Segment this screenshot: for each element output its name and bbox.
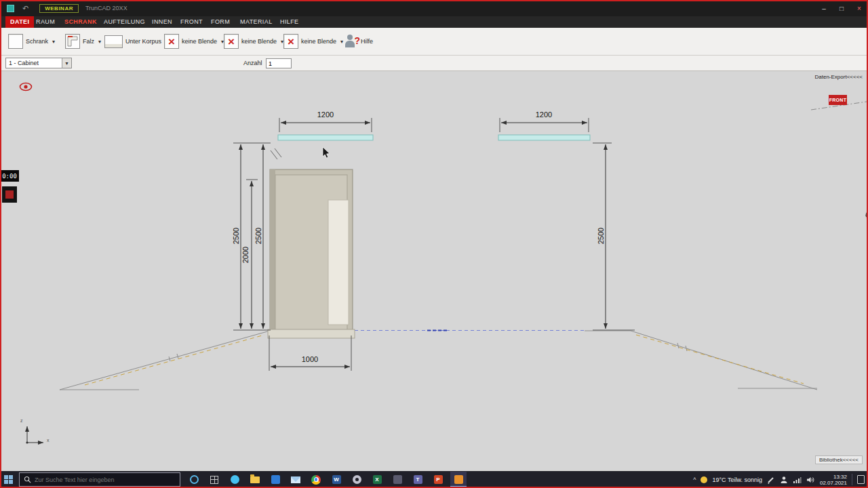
- menu-form[interactable]: FORM: [211, 16, 230, 28]
- anzahl-input[interactable]: [266, 58, 292, 68]
- store-icon[interactable]: [267, 472, 283, 487]
- no-blende-icon: [164, 34, 179, 49]
- schrank-button[interactable]: Schrank: [7, 30, 56, 53]
- search-input[interactable]: [35, 476, 176, 483]
- search-icon: [24, 476, 31, 483]
- cabinet-3d-model[interactable]: [268, 169, 355, 338]
- network-icon[interactable]: [793, 476, 802, 484]
- excel-icon[interactable]: [369, 472, 385, 487]
- settings-icon[interactable]: [349, 472, 365, 487]
- dim-left-inner: 2500: [254, 222, 262, 249]
- minimize-button[interactable]: –: [815, 0, 833, 16]
- chrome-icon[interactable]: [308, 472, 324, 487]
- edge-icon[interactable]: [226, 472, 243, 487]
- volume-icon[interactable]: [806, 476, 815, 484]
- menu-raum[interactable]: RAUM: [36, 16, 55, 28]
- menu-material[interactable]: MATERIAL: [240, 16, 273, 28]
- selected-wall-element-right[interactable]: [498, 135, 590, 140]
- taskbar-clock[interactable]: 13:32 02.07.2021: [820, 474, 847, 486]
- placement-ghost-marks: [271, 148, 281, 159]
- front-view-badge[interactable]: FRONT: [829, 95, 847, 105]
- windows-taskbar: 19°C Teilw. sonnig 13:32 02.07.2021: [0, 471, 868, 488]
- daten-export-link[interactable]: Daten-Export<<<<<: [815, 74, 863, 80]
- blende-left-label: keine Blende: [182, 38, 217, 45]
- drawing-viewport[interactable]: [0, 71, 868, 471]
- system-tray: 19°C Teilw. sonnig 13:32 02.07.2021: [693, 474, 868, 486]
- hilfe-label: Hilfe: [361, 38, 373, 45]
- no-blende-icon: [283, 34, 298, 49]
- toolbar: Schrank Falz Unter Korpus keine Blende k…: [0, 28, 868, 56]
- menubar: DATEI RAUM SCHRANK AUFTEILUNG INNEN FRON…: [0, 16, 868, 28]
- action-center-icon[interactable]: [857, 475, 865, 484]
- dim-cabinet-height: 2000: [241, 241, 250, 268]
- maximize-button[interactable]: □: [833, 0, 850, 16]
- drawing-canvas[interactable]: 1200 1200 2500 2000 2500 2500 1000 z x D…: [0, 71, 868, 471]
- tray-expand-icon[interactable]: [693, 476, 696, 483]
- blende-left-button[interactable]: keine Blende: [163, 30, 225, 53]
- collapse-up-icon[interactable]: [865, 210, 868, 221]
- cabinet-select-value: 1 - Cabinet: [9, 60, 39, 66]
- falz-button[interactable]: Falz: [64, 30, 102, 53]
- word-icon[interactable]: [328, 472, 344, 487]
- chevron-down-icon[interactable]: [97, 38, 101, 45]
- app-logo-icon: [7, 5, 14, 12]
- truncad-taskbar-icon[interactable]: [450, 472, 467, 487]
- taskbar-apps: [186, 471, 467, 488]
- coordinate-axes-icon: [26, 426, 43, 444]
- bibliothek-link[interactable]: Bibliothek<<<<<: [815, 455, 863, 464]
- people-icon[interactable]: [780, 476, 788, 484]
- recording-timer: 0:00: [0, 170, 19, 182]
- powerpoint-icon[interactable]: [430, 472, 446, 487]
- calculator-icon[interactable]: [389, 472, 406, 487]
- menu-innen[interactable]: INNEN: [152, 16, 172, 28]
- close-button[interactable]: ×: [850, 0, 868, 16]
- hilfe-button[interactable]: Hilfe: [343, 30, 374, 53]
- dim-cabinet-width: 1000: [290, 355, 330, 363]
- teams-icon[interactable]: [410, 472, 426, 487]
- recording-stop-button[interactable]: [2, 186, 17, 203]
- dim-top-right: 1200: [524, 110, 564, 119]
- undo-icon[interactable]: [22, 5, 28, 12]
- tray-divider: [852, 474, 852, 485]
- korpus-icon: [104, 35, 123, 48]
- taskbar-search[interactable]: [19, 472, 180, 487]
- menu-schrank[interactable]: SCHRANK: [64, 16, 97, 28]
- clock-date: 02.07.2021: [820, 480, 847, 486]
- help-person-icon: [344, 34, 358, 49]
- anzahl-label: Anzahl: [243, 60, 262, 66]
- dim-top-left: 1200: [305, 110, 346, 119]
- start-button[interactable]: [0, 471, 16, 488]
- weather-text[interactable]: 19°C Teilw. sonnig: [712, 476, 762, 483]
- menu-datei[interactable]: DATEI: [5, 16, 34, 28]
- weather-sun-icon: [701, 476, 707, 483]
- task-view-icon[interactable]: [206, 472, 222, 487]
- blende-right-button[interactable]: keine Blende: [282, 30, 344, 53]
- blende-top-button[interactable]: keine Blende: [222, 30, 285, 53]
- dim-right: 2500: [597, 222, 605, 249]
- blende-right-label: keine Blende: [301, 38, 336, 45]
- blende-top-label: keine Blende: [241, 38, 277, 45]
- titlebar: WEBINAR TrunCAD 20XX – □ ×: [0, 0, 868, 16]
- menu-front[interactable]: FRONT: [180, 16, 203, 28]
- menu-aufteilung[interactable]: AUFTEILUNG: [104, 16, 145, 28]
- chevron-down-icon[interactable]: [62, 58, 71, 68]
- chevron-down-icon[interactable]: [51, 38, 55, 45]
- pen-icon[interactable]: [767, 476, 775, 484]
- falz-icon: [65, 34, 80, 49]
- mail-icon[interactable]: [288, 472, 304, 487]
- axis-x-label: x: [47, 438, 50, 443]
- unter-korpus-button[interactable]: Unter Korpus: [103, 30, 170, 53]
- selected-wall-element-left[interactable]: [278, 135, 373, 140]
- clock-time: 13:32: [820, 474, 847, 480]
- menu-hilfe[interactable]: HILFE: [280, 16, 299, 28]
- no-blende-icon: [224, 34, 239, 49]
- file-explorer-icon[interactable]: [247, 472, 263, 487]
- options-row: 1 - Cabinet Anzahl: [0, 56, 868, 71]
- axis-z-label: z: [20, 418, 23, 423]
- cortana-icon[interactable]: [186, 472, 202, 487]
- floor-guide-dashed-lines: [85, 335, 804, 385]
- falz-label: Falz: [83, 38, 94, 45]
- cabinet-select[interactable]: 1 - Cabinet: [5, 58, 72, 68]
- view-eye-indicator: [20, 83, 32, 91]
- cabinet-icon: [8, 34, 23, 49]
